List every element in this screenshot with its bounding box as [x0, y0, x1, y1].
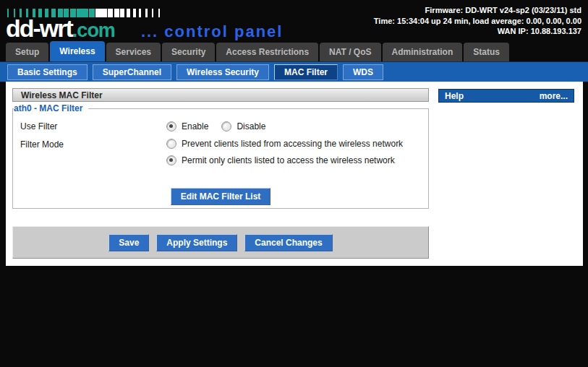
subtab-wireless-security[interactable]: Wireless Security: [176, 64, 269, 80]
radio-enable-icon[interactable]: [166, 121, 176, 131]
tab-security[interactable]: Security: [162, 43, 215, 61]
use-filter-options: Enable Disable: [166, 121, 265, 131]
tab-nat-qos[interactable]: NAT / QoS: [320, 43, 380, 61]
wireless-sub-nav: Basic Settings SuperChannel Wireless Sec…: [0, 61, 588, 82]
use-filter-row: Use Filter Enable Disable: [20, 121, 428, 131]
tab-setup[interactable]: Setup: [6, 43, 48, 61]
help-bar: Help more...: [438, 89, 574, 103]
save-button[interactable]: Save: [108, 234, 149, 251]
tab-services[interactable]: Services: [106, 43, 161, 61]
action-bar: Save Apply Settings Cancel Changes: [12, 226, 429, 259]
content-panel: Wireless MAC Filter Help more... ath0 - …: [6, 82, 583, 266]
radio-disable-label[interactable]: Disable: [237, 121, 265, 131]
section-legend: ath0 - MAC Filter: [14, 103, 88, 113]
subtab-basic-settings[interactable]: Basic Settings: [7, 64, 88, 80]
tab-access-restrictions[interactable]: Access Restrictions: [216, 43, 318, 61]
mac-filter-section: ath0 - MAC Filter Use Filter Enable Disa…: [12, 103, 429, 209]
main-nav: Setup Wireless Services Security Access …: [0, 41, 588, 61]
cancel-changes-button[interactable]: Cancel Changes: [244, 234, 332, 251]
logo-tagline: ... control panel: [141, 22, 284, 40]
radio-permit-icon[interactable]: [166, 155, 176, 165]
filter-mode-option-permit[interactable]: Permit only clients listed to access the…: [166, 155, 395, 165]
logo-brand: dd-wrt: [6, 14, 72, 42]
tab-status[interactable]: Status: [464, 43, 509, 61]
dd-wrt-control-panel: dd-wrt.com... control panel Firmware: DD…: [0, 0, 588, 367]
filter-mode-option-prevent[interactable]: Prevent clients listed from accessing th…: [166, 139, 403, 149]
subtab-wds[interactable]: WDS: [343, 64, 383, 80]
use-filter-option-enable[interactable]: Enable: [166, 121, 208, 131]
wan-ip: WAN IP: 10.88.193.137: [374, 26, 581, 37]
filter-mode-options: Prevent clients listed from accessing th…: [166, 139, 403, 165]
logo: dd-wrt.com... control panel: [6, 14, 283, 43]
page-title: Wireless MAC Filter: [12, 88, 429, 102]
use-filter-option-disable[interactable]: Disable: [221, 121, 265, 131]
radio-permit-label[interactable]: Permit only clients listed to access the…: [182, 155, 395, 165]
filter-mode-label: Filter Mode: [20, 139, 166, 165]
subtab-superchannel[interactable]: SuperChannel: [93, 64, 171, 80]
firmware-version: Firmware: DD-WRT v24-sp2 (03/23/11) std: [374, 5, 581, 16]
edit-row: Edit MAC Filter List: [13, 188, 428, 205]
radio-disable-icon[interactable]: [221, 121, 231, 131]
tab-administration[interactable]: Administration: [383, 43, 463, 61]
tab-wireless[interactable]: Wireless: [50, 41, 104, 61]
radio-prevent-label[interactable]: Prevent clients listed from accessing th…: [182, 139, 403, 149]
logo-tld: .com: [72, 20, 115, 41]
filter-mode-row: Filter Mode Prevent clients listed from …: [20, 139, 428, 165]
apply-settings-button[interactable]: Apply Settings: [156, 234, 237, 251]
subtab-mac-filter[interactable]: MAC Filter: [274, 64, 338, 80]
help-title: Help: [445, 91, 464, 101]
help-more-link[interactable]: more...: [540, 91, 568, 101]
uptime-load: Time: 15:34:04 up 24 min, load average: …: [374, 16, 581, 27]
use-filter-label: Use Filter: [20, 121, 166, 131]
radio-enable-label[interactable]: Enable: [182, 121, 208, 131]
edit-mac-filter-list-button[interactable]: Edit MAC Filter List: [171, 188, 271, 205]
radio-prevent-icon[interactable]: [166, 139, 176, 149]
router-status-info: Firmware: DD-WRT v24-sp2 (03/23/11) std …: [374, 5, 581, 37]
